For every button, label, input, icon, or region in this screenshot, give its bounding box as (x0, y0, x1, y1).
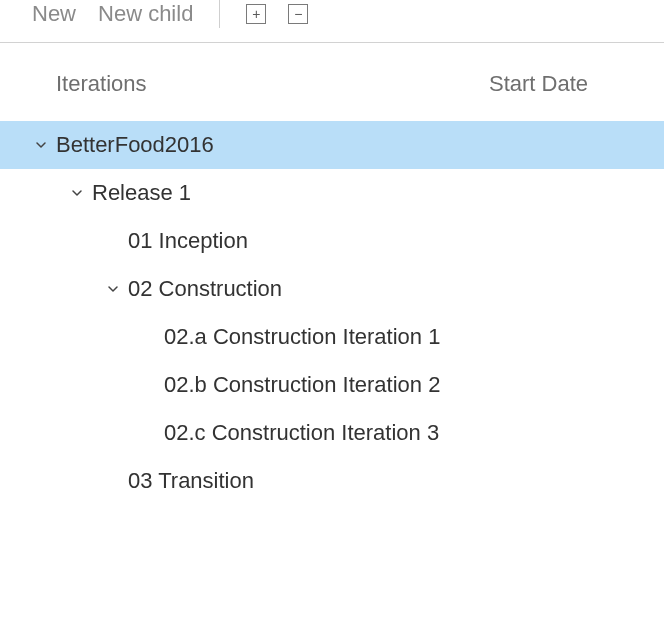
toolbar-divider (219, 0, 220, 28)
column-header-start-date[interactable]: Start Date (489, 71, 664, 97)
tree-row-construction-a[interactable]: 02.a Construction Iteration 1 (0, 313, 664, 361)
tree-item-label: 02.a Construction Iteration 1 (164, 326, 440, 348)
plus-icon: + (246, 4, 266, 24)
tree-item-label: 01 Inception (128, 230, 248, 252)
tree-item-label: 02.c Construction Iteration 3 (164, 422, 439, 444)
iteration-tree: BetterFood2016 Release 1 01 Inception 02… (0, 121, 664, 505)
new-button[interactable]: New (32, 1, 76, 27)
chevron-down-icon[interactable] (104, 280, 122, 298)
collapse-all-button[interactable]: − (288, 4, 308, 24)
chevron-down-icon[interactable] (32, 136, 50, 154)
new-child-button[interactable]: New child (98, 1, 193, 27)
expand-all-button[interactable]: + (246, 4, 266, 24)
tree-item-label: 02.b Construction Iteration 2 (164, 374, 440, 396)
toolbar: New New child + − (0, 0, 664, 34)
tree-item-label: Release 1 (92, 182, 191, 204)
tree-item-label: 03 Transition (128, 470, 254, 492)
tree-item-label: 02 Construction (128, 278, 282, 300)
tree-row-construction-b[interactable]: 02.b Construction Iteration 2 (0, 361, 664, 409)
minus-icon: − (288, 4, 308, 24)
tree-row-transition[interactable]: 03 Transition (0, 457, 664, 505)
tree-row-inception[interactable]: 01 Inception (0, 217, 664, 265)
chevron-down-icon[interactable] (68, 184, 86, 202)
column-header-iterations[interactable]: Iterations (0, 71, 489, 97)
tree-row-construction[interactable]: 02 Construction (0, 265, 664, 313)
column-header-row: Iterations Start Date (0, 43, 664, 121)
tree-row-construction-c[interactable]: 02.c Construction Iteration 3 (0, 409, 664, 457)
tree-row-release-1[interactable]: Release 1 (0, 169, 664, 217)
tree-item-label: BetterFood2016 (56, 134, 214, 156)
tree-row-betterfood2016[interactable]: BetterFood2016 (0, 121, 664, 169)
